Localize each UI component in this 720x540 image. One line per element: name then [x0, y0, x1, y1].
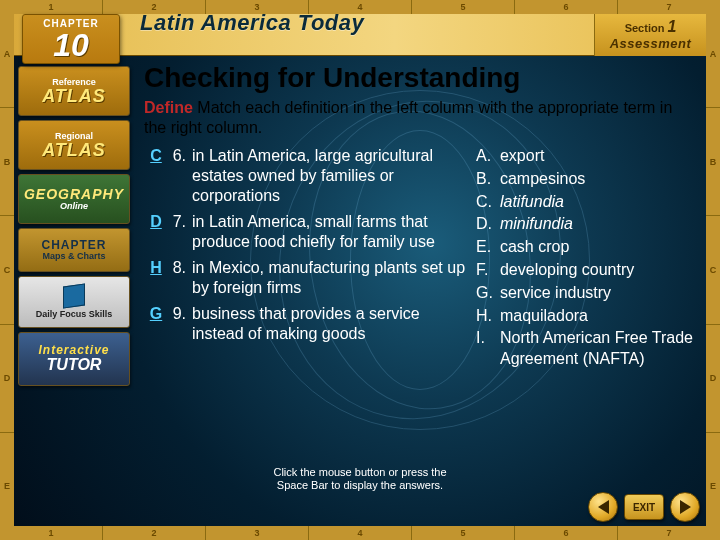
term-row: G.service industry [476, 283, 698, 304]
sidebar-daily-focus-skills[interactable]: Daily Focus Skills [18, 276, 130, 328]
definition-row: G9.business that provides a service inst… [144, 304, 466, 344]
ruler-tick: 3 [205, 526, 308, 540]
term-text: latifundia [500, 192, 698, 213]
ruler-tick: 2 [102, 526, 205, 540]
content-heading: Checking for Understanding [144, 62, 698, 94]
ruler-tick: B [706, 107, 720, 215]
columns: C6.in Latin America, large agricultural … [144, 146, 698, 372]
definition-text: in Mexico, manufacturing plants set up b… [192, 258, 466, 298]
answer-letter: H [144, 258, 168, 298]
ruler-tick: C [0, 215, 14, 323]
ruler-right: A B C D E [706, 0, 720, 540]
nav-prev-button[interactable] [588, 492, 618, 522]
sidebar-label-big: Interactive [38, 344, 109, 356]
arrow-right-icon [680, 500, 691, 514]
term-row: E.cash crop [476, 237, 698, 258]
ruler-tick: A [706, 0, 720, 107]
definitions-column: C6.in Latin America, large agricultural … [144, 146, 466, 372]
ruler-tick: 5 [411, 526, 514, 540]
term-row: H.maquiladora [476, 306, 698, 327]
definition-text: business that provides a service instead… [192, 304, 466, 344]
ruler-tick: 1 [0, 0, 102, 14]
definition-number: 9. [168, 304, 192, 344]
answer-letter: C [144, 146, 168, 206]
sidebar-label: Maps & Charts [42, 251, 105, 261]
ruler-tick: 5 [411, 0, 514, 14]
section-number: 1 [667, 18, 676, 35]
term-letter: F. [476, 260, 500, 281]
sidebar-label: Daily Focus Skills [36, 309, 113, 319]
chapter-number: 10 [23, 29, 119, 61]
term-text: maquiladora [500, 306, 698, 327]
term-letter: C. [476, 192, 500, 213]
term-letter: H. [476, 306, 500, 327]
ruler-tick: 6 [514, 0, 617, 14]
footer-hint: Click the mouse button or press the Spac… [0, 466, 720, 492]
ruler-tick: B [0, 107, 14, 215]
chapter-badge: CHAPTER 10 [22, 14, 120, 64]
term-letter: D. [476, 214, 500, 235]
definition-row: C6.in Latin America, large agricultural … [144, 146, 466, 206]
term-row: A.export [476, 146, 698, 167]
sidebar-label-big: ATLAS [42, 87, 106, 105]
nav-next-button[interactable] [670, 492, 700, 522]
sidebar-label-big: GEOGRAPHY [24, 187, 124, 201]
section-prefix: Section [625, 22, 665, 34]
definition-number: 6. [168, 146, 192, 206]
term-text: service industry [500, 283, 698, 304]
ruler-bottom: 1 2 3 4 5 6 7 [0, 526, 720, 540]
term-row: D.minifundia [476, 214, 698, 235]
sidebar-label: Online [60, 201, 88, 211]
sidebar-regional-atlas[interactable]: Regional ATLAS [18, 120, 130, 170]
instruction-text: Define Match each definition in the left… [144, 98, 698, 138]
definition-row: H8.in Mexico, manufacturing plants set u… [144, 258, 466, 298]
ruler-tick: A [0, 0, 14, 107]
term-row: B.campesinos [476, 169, 698, 190]
ruler-tick: 7 [617, 0, 720, 14]
ruler-tick: D [706, 324, 720, 432]
term-letter: G. [476, 283, 500, 304]
answer-letter: D [144, 212, 168, 252]
instruction-body: Match each definition in the left column… [144, 99, 672, 136]
nav-exit-button[interactable]: EXIT [624, 494, 664, 520]
sidebar-reference-atlas[interactable]: Reference ATLAS [18, 66, 130, 116]
footer-hint-l2: Space Bar to display the answers. [277, 479, 443, 491]
terms-column: A.exportB.campesinosC.latifundiaD.minifu… [476, 146, 698, 372]
term-letter: A. [476, 146, 500, 167]
section-line2: Assessment [595, 36, 706, 51]
sidebar: Reference ATLAS Regional ATLAS GEOGRAPHY… [18, 66, 130, 386]
definition-number: 8. [168, 258, 192, 298]
term-text: North American Free Trade Agreement (NAF… [500, 328, 698, 370]
definition-row: D7.in Latin America, small farms that pr… [144, 212, 466, 252]
ruler-tick: 4 [308, 526, 411, 540]
define-label: Define [144, 99, 193, 116]
section-line1: Section 1 [595, 14, 706, 36]
term-text: minifundia [500, 214, 698, 235]
sidebar-interactive-tutor[interactable]: Interactive TUTOR [18, 332, 130, 386]
ruler-tick: 7 [617, 526, 720, 540]
term-row: I.North American Free Trade Agreement (N… [476, 328, 698, 370]
term-letter: I. [476, 328, 500, 370]
nav-controls: EXIT [588, 492, 700, 522]
term-letter: E. [476, 237, 500, 258]
term-letter: B. [476, 169, 500, 190]
term-text: cash crop [500, 237, 698, 258]
term-text: campesinos [500, 169, 698, 190]
term-row: C.latifundia [476, 192, 698, 213]
ruler-tick: D [0, 324, 14, 432]
sidebar-geography-online[interactable]: GEOGRAPHY Online [18, 174, 130, 224]
term-row: F.developing country [476, 260, 698, 281]
sidebar-label-big: CHAPTER [41, 239, 106, 251]
sidebar-label-big: ATLAS [42, 141, 106, 159]
content-area: Checking for Understanding Define Match … [144, 62, 698, 496]
section-badge: Section 1 Assessment [594, 14, 706, 56]
arrow-left-icon [598, 500, 609, 514]
ruler-tick: 1 [0, 526, 102, 540]
answer-letter: G [144, 304, 168, 344]
banner-title: Latin America Today [140, 10, 364, 36]
transparency-icon [63, 283, 85, 308]
term-text: export [500, 146, 698, 167]
sidebar-chapter-maps-charts[interactable]: CHAPTER Maps & Charts [18, 228, 130, 272]
definition-number: 7. [168, 212, 192, 252]
footer-hint-l1: Click the mouse button or press the [273, 466, 446, 478]
